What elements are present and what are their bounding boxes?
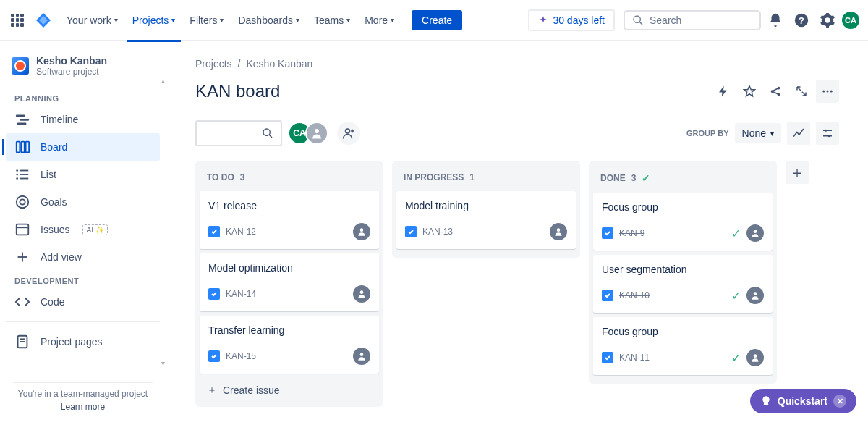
card-title: User segmentation [602, 264, 764, 275]
nav-dashboards[interactable]: Dashboards▾ [232, 12, 305, 29]
rocket-icon [760, 395, 772, 407]
add-column-button[interactable]: ＋ [786, 161, 809, 184]
nav-teams[interactable]: Teams▾ [308, 12, 356, 29]
nav-your-work[interactable]: Your work▾ [61, 12, 124, 29]
sidebar-item-board[interactable]: Board [6, 133, 160, 161]
card-kan-14[interactable]: Model optimization KAN-14 [200, 253, 379, 311]
star-icon[interactable] [738, 80, 761, 103]
svg-point-40 [825, 130, 827, 132]
sidebar-item-issues[interactable]: Issues AI ✨ [6, 216, 160, 243]
svg-rect-8 [21, 142, 25, 153]
add-people-button[interactable] [337, 122, 360, 145]
quickstart-button[interactable]: Quickstart ✕ [750, 389, 856, 413]
notifications-icon[interactable] [764, 9, 787, 32]
column-header-todo[interactable]: TO DO3 [200, 165, 379, 191]
learn-more-link[interactable]: Learn more [13, 402, 153, 412]
sidebar-item-list[interactable]: List [6, 161, 160, 188]
card-kan-13[interactable]: Model training KAN-13 [396, 191, 576, 249]
issue-key: KAN-12 [226, 227, 256, 237]
task-icon [602, 227, 613, 239]
automation-icon[interactable] [712, 80, 735, 103]
assignee-icon[interactable] [353, 223, 370, 240]
assignee-icon[interactable] [746, 224, 764, 242]
assignee-icon[interactable] [353, 348, 370, 365]
done-check-icon: ✓ [731, 227, 741, 240]
card-title: Transfer learning [208, 324, 370, 336]
card-kan-12[interactable]: V1 release KAN-12 [200, 191, 379, 249]
nav-more[interactable]: More▾ [359, 12, 400, 29]
svg-rect-9 [26, 142, 30, 153]
sidebar-item-code[interactable]: Code [6, 288, 160, 316]
close-icon[interactable]: ✕ [833, 395, 846, 408]
done-check-icon: ✓ [731, 289, 741, 303]
trial-badge[interactable]: 30 days left [528, 9, 615, 31]
project-name: Kesho Kanban [36, 55, 107, 67]
more-actions-icon[interactable] [816, 80, 839, 103]
svg-line-1 [639, 22, 642, 25]
column-todo: TO DO3 V1 release KAN-12 Model optimizat… [195, 161, 383, 407]
card-kan-9[interactable]: Focus group KAN-9 ✓ [593, 193, 773, 251]
svg-point-45 [360, 353, 364, 356]
svg-point-42 [828, 135, 830, 137]
top-nav: Your work▾ Projects▾ Filters▾ Dashboards… [0, 0, 868, 41]
nav-filters[interactable]: Filters▾ [184, 12, 229, 29]
chevron-down-icon: ▾ [770, 130, 774, 138]
ai-badge: AI ✨ [82, 224, 107, 235]
column-header-in-progress[interactable]: IN PROGRESS1 [396, 165, 576, 191]
done-check-icon: ✓ [731, 351, 741, 365]
fullscreen-icon[interactable] [790, 80, 813, 103]
chevron-down-icon: ▾ [346, 16, 350, 24]
sidebar-item-timeline[interactable]: Timeline [6, 106, 160, 133]
view-settings-icon[interactable] [816, 122, 839, 145]
search-icon [262, 127, 273, 139]
sidebar-item-project-pages[interactable]: Project pages [6, 328, 160, 355]
breadcrumb-projects[interactable]: Projects [195, 58, 232, 70]
assignee-icon[interactable] [550, 223, 567, 240]
app-switcher-icon[interactable] [9, 12, 26, 29]
board-icon [14, 139, 30, 155]
issue-key: KAN-11 [619, 353, 650, 363]
board-search[interactable] [195, 120, 282, 146]
task-icon [208, 288, 220, 300]
create-issue-button[interactable]: ＋ Create issue [200, 378, 379, 403]
chevron-down-icon: ▾ [296, 16, 299, 24]
column-header-done[interactable]: DONE3 ✓ [593, 165, 773, 193]
sidebar-item-goals[interactable]: Goals [6, 188, 160, 216]
card-kan-15[interactable]: Transfer learning KAN-15 [200, 316, 379, 374]
sidebar-resize-handle[interactable]: ▴▾ [161, 77, 167, 367]
create-button[interactable]: Create [412, 10, 462, 30]
svg-point-30 [822, 91, 825, 93]
card-title: Model training [405, 200, 567, 211]
assignee-icon[interactable] [746, 287, 764, 304]
breadcrumb-project[interactable]: Kesho Kanban [246, 58, 312, 70]
svg-rect-5 [20, 119, 29, 121]
help-icon[interactable]: ? [790, 9, 813, 32]
sidebar-footer: You're in a team-managed project Learn m… [6, 369, 160, 419]
svg-rect-11 [20, 170, 28, 172]
column-in-progress: IN PROGRESS1 Model training KAN-13 [392, 161, 580, 258]
card-kan-10[interactable]: User segmentation KAN-10 ✓ [593, 255, 773, 313]
share-icon[interactable] [764, 80, 787, 103]
project-header[interactable]: Kesho Kanban Software project [6, 55, 160, 88]
card-title: Focus group [602, 201, 764, 213]
svg-point-46 [557, 228, 561, 232]
chevron-down-icon: ▾ [171, 16, 175, 24]
user-avatar[interactable]: CA [842, 12, 859, 29]
assignee-icon[interactable] [353, 285, 370, 303]
assignee-filter[interactable]: CA [288, 122, 328, 145]
unassigned-avatar-icon[interactable] [305, 122, 328, 145]
svg-point-43 [360, 228, 364, 232]
sidebar-item-add-view[interactable]: Add view [6, 243, 160, 271]
insights-icon[interactable] [787, 122, 810, 145]
nav-projects[interactable]: Projects▾ [127, 12, 182, 29]
svg-text:?: ? [799, 14, 804, 25]
card-kan-11[interactable]: Focus group KAN-11 ✓ [593, 317, 773, 375]
svg-rect-6 [17, 123, 27, 125]
settings-icon[interactable] [816, 9, 839, 32]
task-icon [602, 290, 613, 301]
task-icon [208, 350, 220, 362]
jira-logo-icon[interactable] [35, 12, 52, 29]
assignee-icon[interactable] [746, 349, 764, 366]
group-by-select[interactable]: None ▾ [735, 123, 781, 143]
global-search[interactable]: Search [624, 10, 761, 30]
